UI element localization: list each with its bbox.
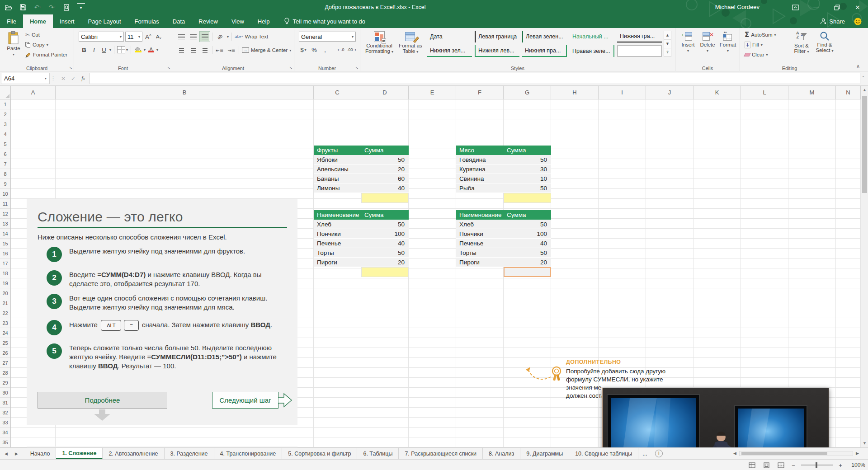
table-cell-value[interactable]: 20 [361,259,409,266]
sheet-tab-10[interactable]: 9. Диаграммы [520,448,569,459]
table-cell-value[interactable]: 30 [504,166,551,173]
video-player[interactable] [602,388,829,447]
conditional-formatting-button[interactable]: ≠ ConditionalFormatting ▾ [363,29,396,55]
print-preview-icon[interactable] [62,3,71,11]
table-cell-name[interactable]: Пироги [314,259,361,266]
align-top-icon[interactable] [177,32,186,41]
bold-button[interactable]: B [80,45,89,54]
table-cell-value[interactable]: 100 [361,230,409,237]
sheet-tab-9[interactable]: 8. Анализ [483,448,520,459]
page-layout-view-icon[interactable] [761,461,771,470]
comma-format-button[interactable]: , [321,45,330,54]
currency-format-button[interactable]: $▾ [299,45,308,54]
cell-style-Левая зелен...[interactable]: Левая зелен... [522,31,567,42]
table-cell-value[interactable]: 50 [504,249,551,256]
table-cell-value[interactable]: 50 [504,185,551,192]
find-select-button[interactable]: Find &Select ▾ [813,29,836,54]
table-cell-value[interactable]: 40 [361,240,409,247]
zoom-in-button[interactable]: + [837,462,844,469]
sheet-tab-11[interactable]: 10. Сводные таблицы [569,448,638,459]
align-right-icon[interactable] [200,46,209,55]
cell-style-Левая граница[interactable]: Левая граница [475,31,519,42]
borders-caret[interactable]: ▾ [126,48,128,52]
page-break-view-icon[interactable] [776,461,786,470]
insert-function-icon[interactable]: fx [79,74,88,83]
table-cell-value[interactable]: 20 [504,259,551,266]
align-center-icon[interactable] [189,46,198,55]
cell-style-selected-empty[interactable] [617,45,662,57]
table-cell-name[interactable]: Печенье [314,240,361,247]
scroll-down-icon[interactable]: ▼ [861,439,868,447]
table-cell-value[interactable]: 20 [361,166,409,173]
vertical-scrollbar[interactable]: ▲ ▼ [861,86,868,447]
cell-style-Нижняя гра...[interactable]: Нижняя гра... [617,31,662,42]
decrease-font-icon[interactable]: A˅ [154,32,163,41]
cell-style-Начальный ...[interactable]: Начальный ... [570,31,614,42]
increase-font-icon[interactable]: A˄ [144,32,153,41]
collapse-ribbon-icon[interactable]: ∧ [856,63,860,69]
table-cell-value[interactable]: 50 [504,221,551,228]
table-cell-value[interactable]: 10 [504,175,551,182]
borders-icon[interactable] [117,46,125,53]
save-icon[interactable] [19,3,27,11]
ribbon-display-options-icon[interactable] [785,0,806,14]
sheet-tab-8[interactable]: 7. Раскрывающиеся списки [399,448,483,459]
sheet-tab-3[interactable]: 2. Автозаполнение [103,448,164,459]
tell-me-box[interactable]: Tell me what you want to do [284,14,365,28]
underline-button[interactable]: U [99,45,108,54]
vertical-scroll-thumb[interactable] [862,96,867,193]
sheet-tab-7[interactable]: 6. Таблицы [357,448,399,459]
font-size-select[interactable]: 11▾ [125,32,142,42]
format-cells-button[interactable]: ↔ Format▾ [718,30,738,54]
clipboard-dialog-launcher[interactable]: ↘ [69,66,72,70]
table-cell-name[interactable]: Хлеб [314,221,361,228]
cut-button[interactable]: ✂Cut [25,30,67,40]
name-box[interactable]: A64▾ [1,73,50,84]
merge-center-button[interactable]: ↔ Merge & Center▾ [242,45,291,55]
ribbon-tab-page-layout[interactable]: Page Layout [81,14,128,28]
underline-caret[interactable]: ▾ [109,48,111,52]
wrap-text-button[interactable]: ab↩Wrap Text [235,32,268,42]
gallery-up-icon[interactable]: ▲ [664,31,671,40]
minimize-icon[interactable]: — [806,0,826,14]
cell-style-Дата[interactable]: Дата [427,31,472,42]
fill-color-icon[interactable] [134,45,143,54]
ribbon-tab-help[interactable]: Help [251,14,277,28]
ribbon-tab-home[interactable]: Home [23,14,53,28]
cell-style-Нижняя пра...[interactable]: Нижняя пра... [522,45,567,57]
font-dialog-launcher[interactable]: ↘ [167,66,170,70]
account-user-name[interactable]: Michael Gordeev [715,0,760,14]
italic-button[interactable]: I [90,45,99,54]
format-as-table-button[interactable]: Format asTable ▾ [396,29,425,55]
table-cell-name[interactable]: Пончики [314,230,361,237]
sheet-nav-prev-icon[interactable]: ◀ [5,451,8,456]
table-cell-value[interactable]: 100 [504,230,551,237]
next-step-button[interactable]: Следующий шаг [212,392,278,409]
table-cell-name[interactable]: Лимоны [314,185,361,192]
orientation-caret[interactable]: ▾ [227,35,229,39]
decrease-indent-icon[interactable]: ⇤≡ [215,46,224,55]
font-color-caret[interactable]: ▾ [156,48,158,52]
decrease-decimal-button[interactable]: .00→ [347,45,356,54]
ribbon-tab-file[interactable]: File [0,14,23,28]
align-middle-icon[interactable] [189,32,198,41]
hscroll-left-icon[interactable]: ◀ [731,451,739,456]
ribbon-tab-formulas[interactable]: Formulas [128,14,166,28]
table-cell-name[interactable]: Печенье [456,240,504,247]
feedback-smiley-icon[interactable] [854,18,862,25]
sheet-tab-4[interactable]: 3. Разделение [165,448,214,459]
table-cell-name[interactable]: Бананы [314,175,361,182]
increase-indent-icon[interactable]: ⇥≡ [227,46,236,55]
fill-button[interactable]: ↓Fill▾ [745,40,776,50]
number-dialog-launcher[interactable]: ↘ [355,66,359,70]
normal-view-icon[interactable] [747,461,757,470]
ribbon-tab-data[interactable]: Data [166,14,192,28]
table-cell-value[interactable]: 50 [504,156,551,163]
table-cell-name[interactable]: Яблоки [314,156,361,163]
hscroll-right-icon[interactable]: ▶ [853,451,862,456]
copy-button[interactable]: Copy▾ [25,40,67,50]
sheet-nav-next-icon[interactable]: ▶ [15,451,18,456]
table-cell-value[interactable]: 50 [361,221,409,228]
font-color-icon[interactable]: A [146,45,156,54]
answer-cell-yellow[interactable] [361,267,409,277]
